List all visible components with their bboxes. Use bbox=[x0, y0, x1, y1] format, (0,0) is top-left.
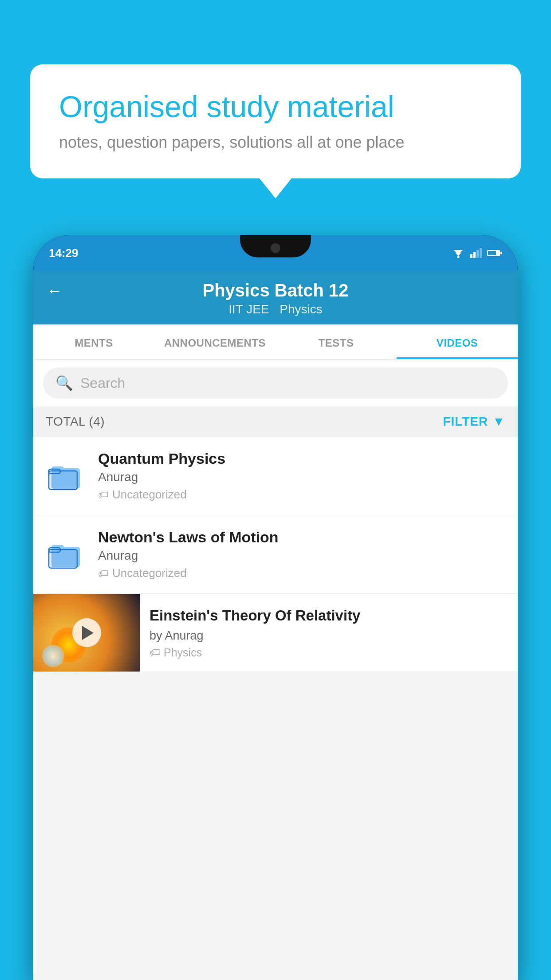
header-subtitle: IIT JEE Physics bbox=[225, 302, 326, 316]
status-time: 14:29 bbox=[49, 246, 79, 260]
list-item[interactable]: Newton's Laws of Motion Anurag 🏷 Uncateg… bbox=[33, 515, 518, 594]
svg-rect-8 bbox=[500, 252, 502, 254]
video-tag: Physics bbox=[164, 646, 202, 659]
play-button[interactable] bbox=[72, 618, 101, 647]
folder-icon bbox=[46, 456, 86, 496]
video-thumbnail bbox=[33, 594, 140, 672]
video-tag: Uncategorized bbox=[112, 566, 187, 580]
signal-icon bbox=[470, 248, 482, 258]
svg-point-2 bbox=[457, 256, 460, 258]
folder-svg bbox=[48, 460, 83, 491]
total-count: TOTAL (4) bbox=[46, 415, 105, 429]
video-title: Einstein's Theory Of Relativity bbox=[150, 606, 508, 625]
play-triangle-icon bbox=[82, 626, 94, 640]
tab-ments[interactable]: MENTS bbox=[33, 324, 154, 359]
list-item[interactable]: Quantum Physics Anurag 🏷 Uncategorized bbox=[33, 437, 518, 515]
svg-marker-1 bbox=[453, 250, 463, 254]
header-tag-physics: Physics bbox=[279, 302, 322, 316]
filter-button[interactable]: FILTER ▼ bbox=[443, 415, 505, 429]
battery-icon bbox=[487, 249, 502, 257]
bubble-title: Organised study material bbox=[59, 89, 492, 125]
video-title: Quantum Physics bbox=[98, 450, 505, 467]
orb2-decoration bbox=[42, 645, 64, 667]
svg-rect-9 bbox=[488, 251, 496, 255]
status-icons bbox=[452, 248, 502, 258]
video-info: Einstein's Theory Of Relativity by Anura… bbox=[140, 594, 518, 668]
video-author: Anurag bbox=[98, 470, 505, 484]
wifi-icon bbox=[452, 248, 465, 258]
video-author: by Anurag bbox=[150, 629, 508, 643]
video-tag: Uncategorized bbox=[112, 488, 187, 502]
video-author: Anurag bbox=[98, 549, 505, 563]
header-title: Physics Batch 12 bbox=[202, 281, 348, 300]
tabs-bar: MENTS ANNOUNCEMENTS TESTS VIDEOS bbox=[33, 324, 518, 360]
filter-label: FILTER bbox=[443, 415, 488, 429]
phone-frame: 14:29 bbox=[33, 235, 518, 980]
tag-icon: 🏷 bbox=[98, 567, 109, 580]
status-bar: 14:29 bbox=[33, 235, 518, 271]
search-placeholder: Search bbox=[80, 375, 125, 391]
svg-rect-3 bbox=[470, 254, 472, 258]
header-tag-iitjee: IIT JEE bbox=[228, 302, 269, 316]
video-info: Newton's Laws of Motion Anurag 🏷 Uncateg… bbox=[98, 529, 505, 580]
search-bar[interactable]: 🔍 Search bbox=[43, 368, 508, 399]
tab-tests[interactable]: TESTS bbox=[276, 324, 397, 359]
svg-rect-6 bbox=[480, 248, 482, 258]
svg-rect-5 bbox=[476, 250, 479, 258]
video-tag-row: 🏷 Uncategorized bbox=[98, 566, 505, 580]
tag-icon: 🏷 bbox=[98, 489, 109, 501]
phone-screen: ← Physics Batch 12 IIT JEE Physics MENTS… bbox=[33, 271, 518, 980]
camera bbox=[271, 243, 280, 253]
video-tag-row: 🏷 Uncategorized bbox=[98, 488, 505, 502]
video-tag-row: 🏷 Physics bbox=[150, 646, 508, 659]
search-icon: 🔍 bbox=[55, 375, 73, 391]
list-item[interactable]: Einstein's Theory Of Relativity by Anura… bbox=[33, 594, 518, 672]
bubble-subtitle: notes, question papers, solutions all at… bbox=[59, 133, 492, 152]
back-button[interactable]: ← bbox=[47, 281, 63, 300]
video-title: Newton's Laws of Motion bbox=[98, 529, 505, 546]
app-header: ← Physics Batch 12 IIT JEE Physics bbox=[33, 271, 518, 324]
folder-icon bbox=[46, 534, 86, 574]
tab-videos[interactable]: VIDEOS bbox=[397, 324, 518, 359]
folder-svg bbox=[48, 539, 83, 570]
speech-bubble: Organised study material notes, question… bbox=[30, 64, 521, 178]
tab-announcements[interactable]: ANNOUNCEMENTS bbox=[154, 324, 276, 359]
video-info: Quantum Physics Anurag 🏷 Uncategorized bbox=[98, 450, 505, 502]
filter-icon: ▼ bbox=[492, 415, 505, 429]
tag-icon: 🏷 bbox=[150, 646, 160, 659]
filter-bar: TOTAL (4) FILTER ▼ bbox=[33, 407, 518, 437]
svg-rect-4 bbox=[473, 252, 476, 258]
video-list: Quantum Physics Anurag 🏷 Uncategorized bbox=[33, 437, 518, 672]
search-bar-wrap: 🔍 Search bbox=[33, 360, 518, 407]
